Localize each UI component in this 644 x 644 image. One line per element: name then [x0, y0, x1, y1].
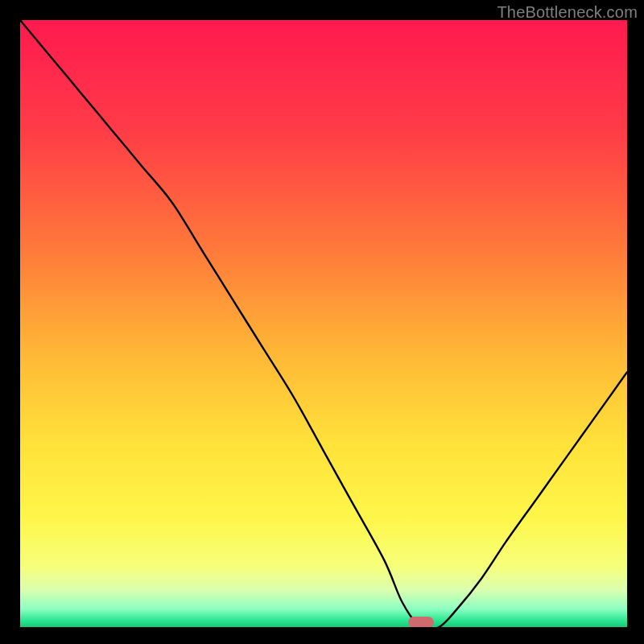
plot-area: [20, 20, 627, 627]
watermark-text: TheBottleneck.com: [497, 3, 638, 22]
chart-stage: TheBottleneck.com: [0, 0, 644, 644]
optimal-marker: [408, 617, 434, 627]
bottleneck-curve-svg: [20, 20, 627, 627]
bottleneck-curve-line: [20, 20, 627, 627]
